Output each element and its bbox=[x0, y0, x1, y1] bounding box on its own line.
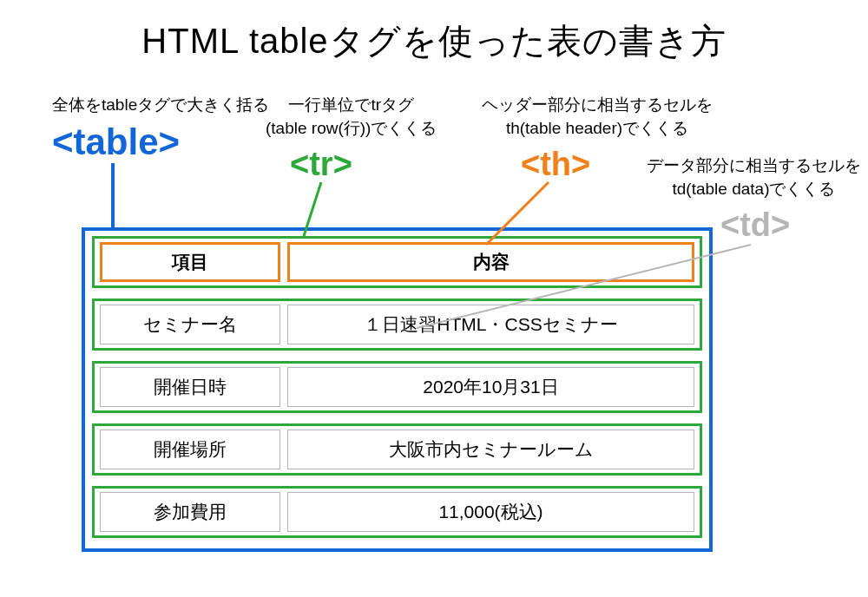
td-cell: 参加費用 bbox=[100, 492, 280, 532]
table-header-row: 項目 内容 bbox=[92, 236, 702, 288]
td-cell: 11,000(税込) bbox=[287, 492, 694, 532]
tag-table-label: <table> bbox=[52, 121, 180, 163]
table-outline: 項目 内容 セミナー名 １日速習HTML・CSSセミナー 開催日時 2020年1… bbox=[82, 227, 713, 552]
table-row: 開催日時 2020年10月31日 bbox=[92, 361, 702, 413]
td-cell: 2020年10月31日 bbox=[287, 367, 694, 407]
annotation-td-line2: td(table data)でくくる bbox=[673, 180, 836, 198]
annotation-tr-line1: 一行単位でtrタグ bbox=[288, 95, 414, 114]
tag-td-label: <td> bbox=[720, 207, 790, 244]
table-row: 参加費用 11,000(税込) bbox=[92, 486, 702, 538]
td-cell: セミナー名 bbox=[100, 305, 280, 344]
table-row: 開催場所 大阪市内セミナールーム bbox=[92, 423, 702, 476]
tag-th-label: <th> bbox=[521, 146, 590, 183]
annotation-td-line1: データ部分に相当するセルを bbox=[647, 156, 861, 174]
th-cell: 内容 bbox=[287, 242, 694, 282]
annotation-th: ヘッダー部分に相当するセルを th(table header)でくくる bbox=[482, 94, 713, 140]
table-row: セミナー名 １日速習HTML・CSSセミナー bbox=[92, 298, 702, 351]
tag-tr-label: <tr> bbox=[290, 146, 352, 183]
annotation-td: データ部分に相当するセルを td(table data)でくくる bbox=[647, 154, 861, 200]
td-cell: 開催場所 bbox=[100, 430, 280, 469]
annotation-tr: 一行単位でtrタグ (table row(行))でくくる bbox=[266, 94, 437, 140]
td-cell: 開催日時 bbox=[100, 367, 280, 407]
td-cell: １日速習HTML・CSSセミナー bbox=[287, 305, 694, 344]
annotation-th-line1: ヘッダー部分に相当するセルを bbox=[482, 95, 713, 114]
annotation-th-line2: th(table header)でくくる bbox=[506, 119, 688, 137]
page-title: HTML tableタグを使った表の書き方 bbox=[0, 0, 868, 65]
annotation-tr-line2: (table row(行))でくくる bbox=[266, 119, 437, 137]
th-cell: 項目 bbox=[100, 242, 280, 282]
annotation-table: 全体をtableタグで大きく括る bbox=[52, 94, 269, 117]
td-cell: 大阪市内セミナールーム bbox=[287, 430, 694, 469]
